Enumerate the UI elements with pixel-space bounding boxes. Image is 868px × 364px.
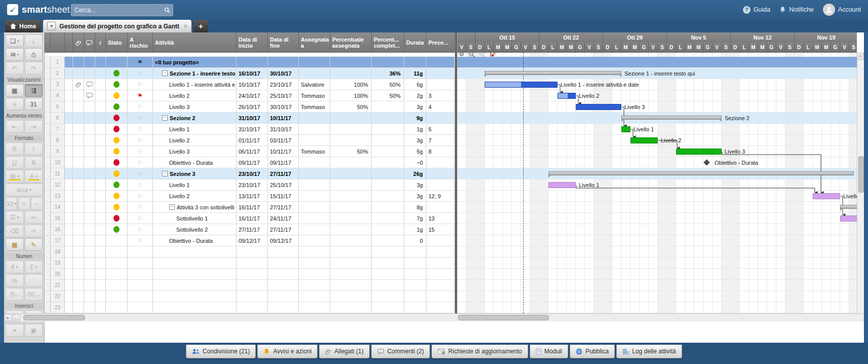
cell-clip[interactable] [73,124,84,135]
cell-clip[interactable] [73,269,84,280]
cell-stato[interactable] [106,213,128,224]
cell-clip[interactable] [73,202,84,213]
cell-attivita[interactable]: Livello 3 [153,101,236,113]
cell-rischio[interactable]: ⚐ [128,168,153,179]
cell-pct_c[interactable] [372,168,404,179]
cell-fine[interactable]: 24/11/17 [268,213,299,224]
cell-stato[interactable] [106,291,128,302]
cell-fine[interactable]: 27/11/17 [268,168,299,179]
cell-prece[interactable] [426,202,455,213]
cell-comment[interactable] [84,246,95,258]
cell-fine[interactable] [268,57,299,68]
collapse-toggle[interactable]: − [162,171,168,176]
cell-hatch[interactable] [45,246,51,258]
cell-clip[interactable] [73,146,84,157]
cell-durata[interactable]: 7g [404,213,426,224]
table-row[interactable]: 5⚐Livello 326/10/1730/10/17Tommaso50%3g4 [45,101,455,113]
cell-clip[interactable] [73,302,84,313]
cell-attivita[interactable] [153,291,236,302]
cell-info[interactable] [95,157,106,168]
cell-hatch[interactable] [45,90,51,101]
cell-pct_c[interactable] [372,235,404,246]
cell-pct_c[interactable]: 50% [372,79,404,90]
column-header-pct_c[interactable]: Percent... complet... [372,32,404,53]
cell-info[interactable] [95,57,106,68]
cell-prece[interactable] [426,235,455,246]
cell-hatch[interactable] [45,280,51,291]
cell-durata[interactable]: 3g [404,135,426,146]
column-header-pct_a[interactable]: Percentuale assegnata [330,32,372,53]
cell-hatch[interactable] [45,79,51,90]
cell-assegnata[interactable] [299,258,330,269]
borders-button[interactable]: ▦ [6,238,24,251]
column-header-assegnata[interactable]: Assegnata a [299,32,330,53]
table-row[interactable]: 2⚐−Sezione 1 - inserire testo qui16/10/1… [45,68,455,79]
cell-num[interactable]: 15 [51,213,65,224]
cell-fine[interactable]: 31/10/17 [268,124,299,135]
cell-durata[interactable]: 2g [404,90,426,101]
cell-stato[interactable] [106,258,128,269]
cell-rischio[interactable]: ⚐ [128,224,153,235]
cell-clip[interactable] [73,191,84,202]
bold-button[interactable]: B [6,142,24,155]
table-row[interactable]: 20 [45,269,455,280]
cell-clip[interactable] [73,68,84,79]
column-header-comment[interactable] [84,32,95,53]
collapse-toggle[interactable]: − [169,204,175,210]
table-row[interactable]: 22 [45,291,455,302]
cell-attivita[interactable]: <Il tuo progetto> [153,57,236,68]
new-file-button[interactable]: ❏▾ [6,34,24,47]
font-bigger-button[interactable]: + [18,197,30,210]
cell-inizio[interactable] [236,57,268,68]
cell-durata[interactable]: 11g [404,68,426,79]
cell-lock[interactable] [65,124,73,135]
cell-num[interactable]: 16 [51,224,65,235]
footer-tab-form[interactable]: Moduli [530,345,568,358]
gantt-view-button[interactable]: ⇶ [25,84,43,97]
cell-hatch[interactable] [45,302,51,313]
cell-prece[interactable] [426,280,455,291]
cell-comment[interactable] [84,157,95,168]
cell-hatch[interactable] [45,101,51,113]
cell-durata[interactable] [404,280,426,291]
cell-rischio[interactable]: ⚐ [128,179,153,191]
cell-clip[interactable] [73,168,84,179]
cell-pct_c[interactable] [372,191,404,202]
cell-num[interactable]: 2 [51,68,65,79]
save-button[interactable]: ⤓ [25,34,43,47]
cell-pct_c[interactable] [372,179,404,191]
cell-fine[interactable]: 10/11/17 [268,113,299,124]
cell-stato[interactable] [106,302,128,313]
cell-num[interactable]: 20 [51,269,65,280]
image-button[interactable]: ▣ [25,324,43,337]
paint-format-button[interactable]: ✑ [25,225,43,237]
cell-inizio[interactable]: 16/10/17 [236,79,268,90]
cell-prece[interactable]: 8 [426,146,455,157]
cell-pct_c[interactable] [372,280,404,291]
gantt-vertical-scrollbar[interactable] [857,60,864,321]
cell-inizio[interactable]: 06/11/17 [236,146,268,157]
cell-info[interactable] [95,135,106,146]
cell-clip[interactable] [73,280,84,291]
currency-button[interactable]: €▾ [6,261,24,273]
cell-attivita[interactable]: −Attività 3 con sottolivelli [153,202,236,213]
cell-clip[interactable] [73,235,84,246]
cell-clip[interactable] [73,258,84,269]
cell-attivita[interactable]: −Sezione 1 - inserire testo qui [153,68,236,79]
cell-info[interactable] [95,79,106,90]
cell-stato[interactable] [106,124,128,135]
flag-icon-gray[interactable]: ⚐ [137,238,143,244]
table-row[interactable]: 12⚐Livello 123/10/1725/10/173g [45,179,455,191]
cell-attivita[interactable]: −Sezione 3 [153,168,236,179]
gantt-task-bar-green[interactable] [676,149,722,155]
gantt-task-bar-blue[interactable] [558,93,576,99]
search-box[interactable] [71,4,173,16]
cell-pct_a[interactable] [330,135,372,146]
cell-fine[interactable]: 25/10/17 [268,179,299,191]
cell-comment[interactable] [84,146,95,157]
cell-assegnata[interactable]: Tommaso [299,101,330,113]
cell-inizio[interactable]: 31/10/17 [236,124,268,135]
cell-hatch[interactable] [45,258,51,269]
table-row[interactable]: 4⚑Livello 224/10/1725/10/17Tommaso100%50… [45,90,455,101]
cell-pct_c[interactable] [372,135,404,146]
